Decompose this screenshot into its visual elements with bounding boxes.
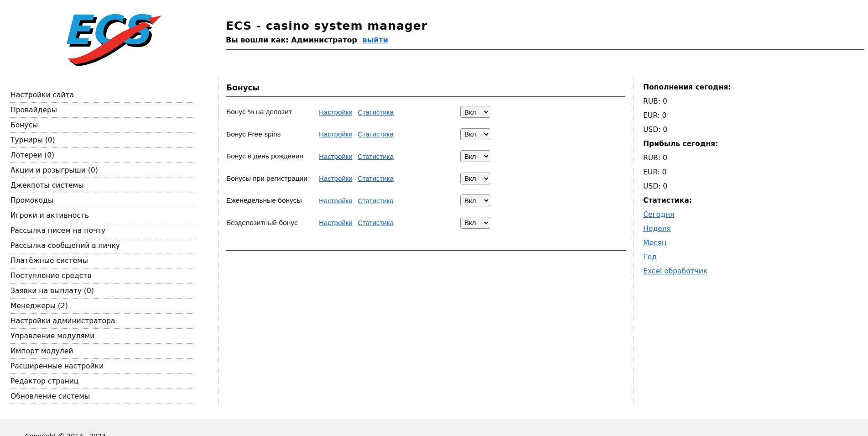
bonus-label: Бонус % на депозит bbox=[226, 108, 319, 116]
sidebar-item-label: Рассылка писем на почту bbox=[10, 226, 105, 235]
bonus-state-select[interactable]: Вкл bbox=[460, 128, 490, 140]
sidebar-item[interactable]: Лотереи (0) bbox=[10, 148, 195, 163]
sidebar-item[interactable]: Игроки и активность bbox=[10, 208, 195, 223]
sidebar-item-label: Настройки администратора bbox=[10, 317, 115, 325]
currency-code: EUR: bbox=[643, 168, 660, 176]
sidebar-item-label: Поступление средств bbox=[10, 272, 91, 280]
stats-period-link[interactable]: Год bbox=[643, 253, 657, 261]
bonus-label: Бонус в день рождения bbox=[226, 152, 319, 160]
sidebar-item[interactable]: Настройки администратора bbox=[10, 314, 195, 329]
sidebar-item[interactable]: Промокоды bbox=[10, 193, 195, 208]
bonuses-panel: Бонусы Бонус % на депозит Настройки Стат… bbox=[218, 78, 634, 404]
stats-period-link[interactable]: Месяц bbox=[643, 239, 666, 247]
page-title: ECS - casino system manager bbox=[226, 19, 427, 32]
sidebar-item[interactable]: Рассылка сообщений в личку bbox=[10, 238, 195, 253]
bonus-state-select[interactable]: Вкл bbox=[460, 217, 490, 229]
currency-value: 0 bbox=[663, 154, 667, 162]
currency-value: 0 bbox=[662, 111, 667, 120]
bonus-state-select[interactable]: Вкл bbox=[460, 173, 490, 184]
summary-panel: Пополнения сегодня: RUB: 0 EUR: 0 USD: 0… bbox=[643, 83, 789, 281]
sidebar-item-label: Обновление системы bbox=[10, 392, 90, 400]
bonus-row: Бонусы при регистрации Настройки Статист… bbox=[226, 168, 625, 190]
statistics-link-row: Excel обработчик bbox=[643, 267, 789, 281]
sidebar-item-label: Джекпоты системы bbox=[10, 181, 83, 189]
bonuses-top-divider bbox=[226, 96, 625, 97]
logout-link[interactable]: выйти bbox=[363, 36, 388, 44]
sidebar-item[interactable]: Импорт модулей bbox=[10, 344, 195, 359]
bonus-settings-link[interactable]: Настройки bbox=[319, 197, 358, 205]
profit-today-title: Прибыль сегодня: bbox=[643, 140, 789, 154]
sidebar-item[interactable]: Акции и розыгрыши (0) bbox=[10, 163, 195, 178]
sidebar-item[interactable]: Менеджеры (2) bbox=[10, 299, 195, 314]
sidebar-item-label: Лотереи (0) bbox=[10, 151, 54, 159]
bonus-row: Бонус в день рождения Настройки Статисти… bbox=[226, 145, 625, 168]
bonus-settings-link[interactable]: Настройки bbox=[319, 174, 358, 182]
bonus-statistics-link[interactable]: Статистика bbox=[358, 130, 460, 138]
sidebar-item[interactable]: Редактор страниц bbox=[10, 374, 195, 389]
currency-value: 0 bbox=[663, 182, 667, 190]
deposits-today-title: Пополнения сегодня: bbox=[643, 83, 789, 97]
statistics-links: Сегодня Неделя Месяц Год Excel обработчи… bbox=[643, 210, 789, 281]
sidebar-item-label: Заявки на выплату (0) bbox=[10, 287, 94, 295]
sidebar-item[interactable]: Турниры (0) bbox=[10, 133, 195, 148]
bonus-state-select[interactable]: Вкл bbox=[460, 106, 490, 118]
currency-line: USD: 0 bbox=[643, 126, 789, 140]
bonus-statistics-link[interactable]: Статистика bbox=[358, 197, 460, 205]
statistics-title: Статистика: bbox=[643, 196, 789, 210]
currency-line: EUR: 0 bbox=[643, 168, 789, 182]
bonus-statistics-link[interactable]: Статистика bbox=[358, 152, 460, 160]
sidebar-item[interactable]: Бонусы bbox=[10, 118, 195, 133]
currency-line: USD: 0 bbox=[643, 182, 789, 196]
bonus-statistics-link[interactable]: Статистика bbox=[358, 174, 460, 182]
sidebar-item[interactable]: Настройки сайта bbox=[10, 88, 195, 103]
sidebar-item[interactable]: Рассылка писем на почту bbox=[10, 223, 195, 238]
sidebar-item-label: Турниры (0) bbox=[10, 136, 55, 144]
bonus-state-select[interactable]: Вкл bbox=[460, 150, 490, 162]
currency-line: RUB: 0 bbox=[643, 97, 789, 111]
bonus-settings-link[interactable]: Настройки bbox=[319, 152, 358, 160]
sidebar-item-label: Расширенные настройки bbox=[10, 362, 104, 370]
bonuses-title: Бонусы bbox=[226, 83, 625, 92]
bonus-state-select[interactable]: Вкл bbox=[460, 194, 490, 206]
sidebar-item[interactable]: Обновление системы bbox=[10, 389, 195, 404]
sidebar-item-label: Рассылка сообщений в личку bbox=[10, 242, 120, 250]
bonus-settings-link[interactable]: Настройки bbox=[319, 130, 358, 138]
sidebar-item[interactable]: Джекпоты системы bbox=[10, 178, 195, 193]
sidebar-item-label: Настройки сайта bbox=[10, 91, 74, 99]
sidebar-item-label: Промокоды bbox=[10, 196, 53, 205]
bonus-row: Еженедельные бонусы Настройки Статистика… bbox=[226, 189, 625, 212]
sidebar-item-label: Импорт модулей bbox=[10, 347, 73, 355]
bonus-statistics-link[interactable]: Статистика bbox=[358, 108, 460, 116]
sidebar-item[interactable]: Управление модулями bbox=[10, 329, 195, 344]
sidebar-item-label: Редактор страниц bbox=[10, 377, 78, 385]
sidebar-item-label: Платёжные системы bbox=[10, 257, 88, 265]
bonus-label: Бонусы при регистрации bbox=[226, 174, 319, 183]
stats-period-link[interactable]: Неделя bbox=[643, 225, 671, 233]
statistics-link-row: Сегодня bbox=[643, 210, 789, 225]
currency-code: USD: bbox=[643, 182, 660, 190]
stats-period-link[interactable]: Excel обработчик bbox=[643, 267, 707, 275]
sidebar-item-label: Игроки и активность bbox=[10, 211, 89, 220]
currency-line: RUB: 0 bbox=[643, 154, 789, 168]
bonus-row: Бонус Free spins Настройки Статистика Вк… bbox=[226, 123, 625, 146]
copyright-text: Copyright © 2013 - 2023 bbox=[25, 432, 106, 436]
currency-code: USD: bbox=[643, 126, 660, 134]
sidebar-nav: Настройки сайта Провайдеры Бонусы Турнир… bbox=[10, 88, 195, 404]
bonus-settings-link[interactable]: Настройки bbox=[319, 219, 358, 226]
sidebar-item[interactable]: Платёжные системы bbox=[10, 253, 195, 268]
currency-value: 0 bbox=[663, 126, 667, 134]
sidebar-item[interactable]: Расширенные настройки bbox=[10, 359, 195, 374]
currency-code: RUB: bbox=[643, 154, 660, 162]
bonus-settings-link[interactable]: Настройки bbox=[319, 108, 358, 116]
bonus-row: Бездепозитный бонус Настройки Статистика… bbox=[226, 212, 625, 234]
sidebar-item[interactable]: Поступление средств bbox=[10, 268, 195, 284]
stats-period-link[interactable]: Сегодня bbox=[643, 210, 674, 219]
sidebar-item[interactable]: Заявки на выплату (0) bbox=[10, 284, 195, 299]
sidebar-item[interactable]: Провайдеры bbox=[10, 103, 195, 118]
login-status-text: Вы вошли как: Администратор bbox=[226, 36, 357, 44]
statistics-link-row: Месяц bbox=[643, 239, 789, 253]
bonus-statistics-link[interactable]: Статистика bbox=[358, 219, 460, 226]
statistics-link-row: Неделя bbox=[643, 225, 789, 239]
bonus-label: Бездепозитный бонус bbox=[226, 219, 319, 227]
bonus-label: Бонус Free spins bbox=[226, 130, 319, 138]
